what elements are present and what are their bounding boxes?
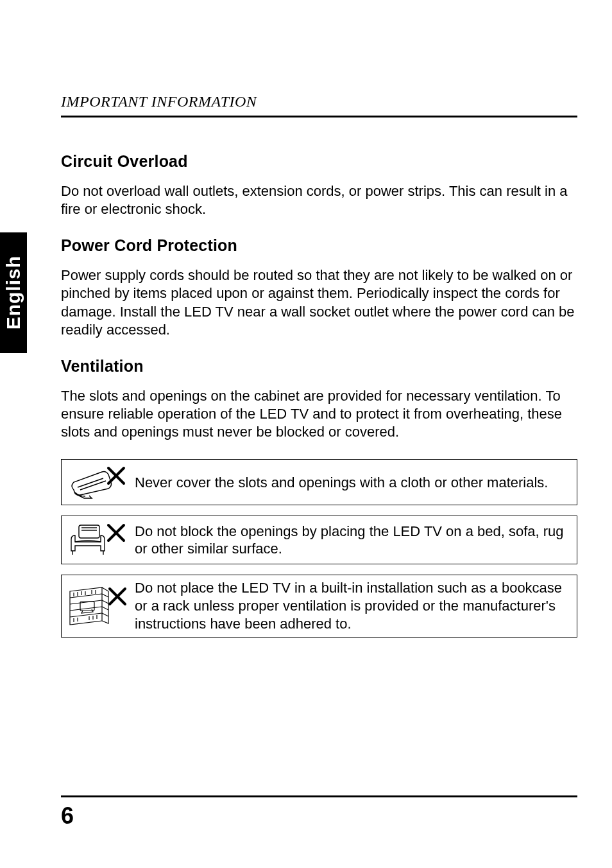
body-circuit-overload: Do not overload wall outlets, extension … xyxy=(61,182,577,218)
sofa-icon xyxy=(65,520,132,560)
info-box-bed: Do not block the openings by placing the… xyxy=(61,516,577,564)
info-box-bed-text: Do not block the openings by placing the… xyxy=(132,523,570,558)
info-box-bookcase-text: Do not place the LED TV in a built-in in… xyxy=(132,579,570,632)
svg-line-13 xyxy=(102,594,108,597)
svg-line-9 xyxy=(70,594,102,598)
header-rule xyxy=(61,116,577,117)
info-box-bookcase: Do not place the LED TV in a built-in in… xyxy=(61,575,577,637)
svg-rect-2 xyxy=(79,525,99,538)
heading-circuit-overload: Circuit Overload xyxy=(61,152,577,171)
language-tab: English xyxy=(0,232,27,353)
body-power-cord: Power supply cords should be routed so t… xyxy=(61,266,577,339)
svg-line-11 xyxy=(70,607,102,611)
svg-line-16 xyxy=(102,613,108,616)
header-label: IMPORTANT INFORMATION xyxy=(61,93,577,116)
page-number: 6 xyxy=(61,803,577,829)
heading-power-cord: Power Cord Protection xyxy=(61,236,577,255)
svg-line-10 xyxy=(70,600,102,604)
svg-line-14 xyxy=(102,600,108,603)
footer-rule xyxy=(61,795,577,797)
info-box-cloth: Never cover the slots and openings with … xyxy=(61,459,577,505)
info-box-cloth-text: Never cover the slots and openings with … xyxy=(132,474,570,492)
svg-line-15 xyxy=(102,607,108,610)
bookcase-icon xyxy=(65,585,132,627)
language-tab-label: English xyxy=(3,256,24,329)
heading-ventilation: Ventilation xyxy=(61,357,577,376)
cloth-cover-icon xyxy=(65,464,132,500)
page-footer: 6 xyxy=(61,795,577,829)
body-ventilation: The slots and openings on the cabinet ar… xyxy=(61,387,577,441)
page-content: IMPORTANT INFORMATION Circuit Overload D… xyxy=(61,93,577,648)
